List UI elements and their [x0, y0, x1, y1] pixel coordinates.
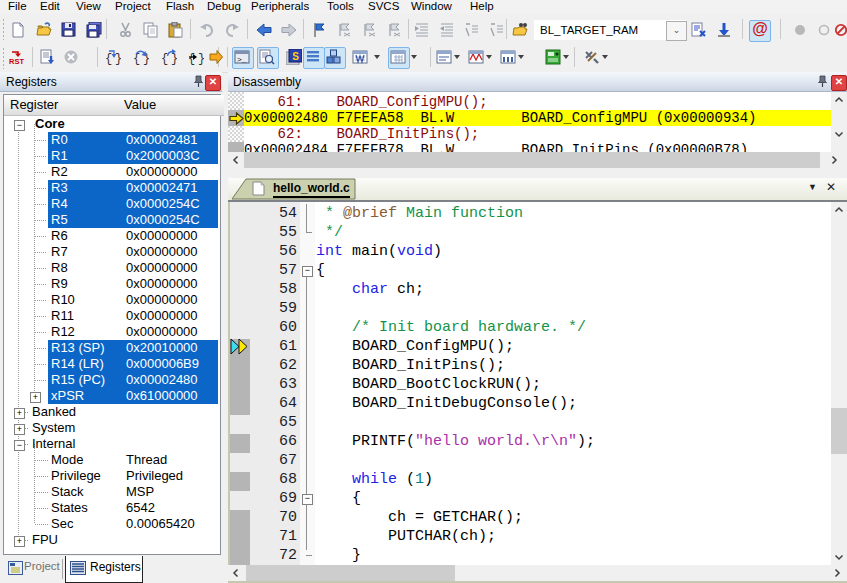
- svg-text:}: }: [115, 52, 121, 66]
- svg-text:{: {: [161, 52, 168, 66]
- svg-text:{: {: [105, 52, 112, 66]
- svg-text:}: }: [171, 52, 177, 66]
- svg-text:RST: RST: [9, 57, 24, 65]
- svg-text:>_: >_: [237, 55, 247, 64]
- svg-text:S: S: [292, 51, 299, 62]
- svg-text:}: }: [198, 52, 204, 66]
